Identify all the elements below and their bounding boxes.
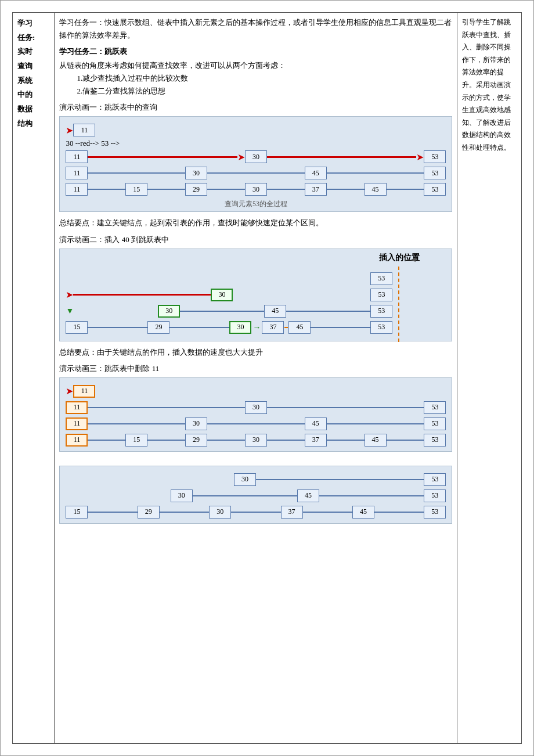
middle-column: 学习任务一：快速展示数组、链表中插入新元素之后的基本操作过程，或者引导学生使用相… (55, 13, 457, 744)
delb-line-r3c (231, 512, 280, 513)
ins-30-r3: 30 (158, 305, 180, 318)
delb-29-r3: 29 (138, 506, 160, 519)
delb-line-r2b (319, 495, 424, 496)
del-53-r2: 53 (424, 401, 446, 414)
insert-row4: 15 29 30 → 37 45 53 (66, 320, 446, 335)
task1-title: 学习任务一：快速展示数组、链表中插入新元素之后的基本操作过程，或者引导学生使用相… (59, 16, 452, 42)
del-line-r4a (88, 440, 125, 441)
ins-line-r2 (73, 294, 211, 296)
ins-line-r3b (286, 311, 370, 312)
del-line-r4b (147, 440, 185, 441)
ins-line-r4a (88, 327, 147, 328)
search-row1: ➤ 11 (66, 123, 446, 138)
right-text: 引导学生了解跳跃表中查找、插入、删除不同操作下，所带来的算法效率的提升。采用动画… (462, 16, 517, 154)
insert-diagram: 插入的位置 ◄ 53 ➤ 30 (59, 249, 452, 341)
task2-point1: 1.减少查找插入过程中的比较次数 (59, 72, 452, 85)
delb-row2: 30 45 53 (66, 488, 446, 503)
left-label7: 数据 (17, 102, 49, 117)
line-r4b (147, 189, 185, 190)
search-row4: 11 15 29 30 37 45 53 (66, 182, 446, 197)
del-30-r2: 30 (245, 401, 267, 414)
delb-53-r3: 53 (424, 506, 446, 519)
node-11-r2: 11 (66, 150, 88, 163)
node-30-r2: 30 (245, 150, 267, 163)
ins-37-r4: 37 (262, 321, 284, 334)
left-column: 学习 任务: 实时 查询 系统 中的 数据 结构 (13, 13, 55, 744)
del-11-r1: 11 (73, 385, 95, 398)
ins-arr-r4: → (252, 323, 261, 332)
delb-30-r1: 30 (234, 473, 256, 486)
line-r4a (88, 189, 125, 190)
del-arrow-r1: ➤ (66, 386, 73, 397)
main-table: 学习 任务: 实时 查询 系统 中的 数据 结构 学习任务一：快速展示数组、链表… (12, 12, 522, 744)
task2-section: 学习任务二：跳跃表 从链表的角度来考虑如何提高查找效率，改进可以从两个方面考虑：… (59, 46, 452, 98)
del-line-r3b (207, 423, 305, 424)
left-label6: 中的 (17, 88, 49, 102)
del-line-r2a (88, 407, 244, 408)
node-11-r4: 11 (66, 183, 88, 196)
delete-diagram-bot: 30 53 30 45 53 15 (59, 466, 452, 524)
delb-line-r3b (160, 512, 209, 513)
left-label5: 系统 (17, 74, 49, 88)
page: 学习 任务: 实时 查询 系统 中的 数据 结构 学习任务一：快速展示数组、链表… (0, 0, 534, 756)
node-11-r3: 11 (66, 167, 88, 179)
left-label8: 结构 (17, 117, 49, 131)
search-row3: 11 30 45 53 (66, 165, 446, 181)
left-label4: 查询 (17, 59, 49, 74)
left-label3: 实时 (17, 45, 49, 59)
ins-line-r4b (169, 327, 229, 328)
del-row1: ➤ 11 (66, 384, 446, 399)
del-row4: 11 15 29 30 37 45 53 (66, 433, 446, 448)
delb-45-r3: 45 (352, 506, 374, 519)
anim1-title: 演示动画一：跳跃表中的查询 (59, 102, 452, 113)
ins-53-r3: 53 (370, 305, 392, 318)
search-caption: 查询元素53的全过程 (66, 199, 446, 209)
anim2-title: 演示动画二：插入 40 到跳跃表中 (59, 235, 452, 245)
del-row2: 11 30 53 (66, 400, 446, 415)
summary2: 总结要点：由于关键结点的作用，插入数据的速度也大大提升 (59, 346, 452, 359)
delb-line-r2a (193, 495, 297, 496)
arrow-r2b: ➤ (416, 152, 424, 163)
line-r4c (207, 189, 245, 190)
insert-row2: ➤ 30 53 (66, 287, 446, 303)
line-r3c (327, 172, 424, 174)
ins-arrow-r2: ➤ (66, 289, 73, 300)
line-r2a (88, 156, 237, 158)
del-30-r3: 30 (185, 417, 207, 430)
delb-53-r2: 53 (424, 489, 446, 502)
summary1: 总结要点：建立关键结点，起到索引表的作用，查找时能够快速定位某个区间。 (59, 217, 452, 229)
node-30-r4: 30 (245, 183, 267, 196)
arrow-right-icon: ➤ (66, 125, 73, 136)
ins-line-r3a (180, 311, 264, 312)
line-r4d (267, 189, 305, 190)
node-45-r3: 45 (305, 167, 327, 179)
delb-line-r3a (88, 512, 137, 513)
ins-29-r4: 29 (147, 321, 169, 334)
del-11-r3: 11 (66, 417, 88, 430)
ins-45-r3: 45 (264, 305, 286, 318)
del-11-r4: 11 (66, 434, 88, 447)
line-r4f (387, 189, 424, 190)
anim3-title: 演示动画三：跳跃表中删除 11 (59, 363, 452, 374)
ins-53-r2: 53 (370, 289, 392, 301)
del-37-r4: 37 (305, 434, 327, 447)
del-30-r4: 30 (245, 434, 267, 447)
search-diagram: ➤ 11 30 --red--> 53 --> 11 ➤ 30 ➤ 53 (59, 116, 452, 212)
delb-line-r3d (303, 512, 352, 513)
line-r2b (267, 156, 416, 158)
task2-title: 学习任务二：跳跃表 (59, 46, 452, 57)
delb-53-r1: 53 (424, 473, 446, 486)
right-column: 引导学生了解跳跃表中查找、插入、删除不同操作下，所带来的算法效率的提升。采用动画… (457, 13, 522, 744)
node-53-r3: 53 (424, 167, 446, 179)
del-15-r4: 15 (125, 434, 147, 447)
delb-30-r3: 30 (209, 506, 231, 519)
delb-line-r3e (374, 512, 424, 513)
ins-53-r4: 53 (370, 321, 392, 334)
node-53-r4: 53 (424, 183, 446, 196)
search-row2: 11 ➤ 30 ➤ 53 (66, 149, 446, 164)
del-45-r3: 45 (305, 417, 327, 430)
delb-line-r1 (256, 479, 424, 480)
del-line-r4d (267, 440, 305, 441)
ins-down-arrow: ▼ (66, 307, 74, 316)
delb-30-r2: 30 (171, 489, 193, 502)
